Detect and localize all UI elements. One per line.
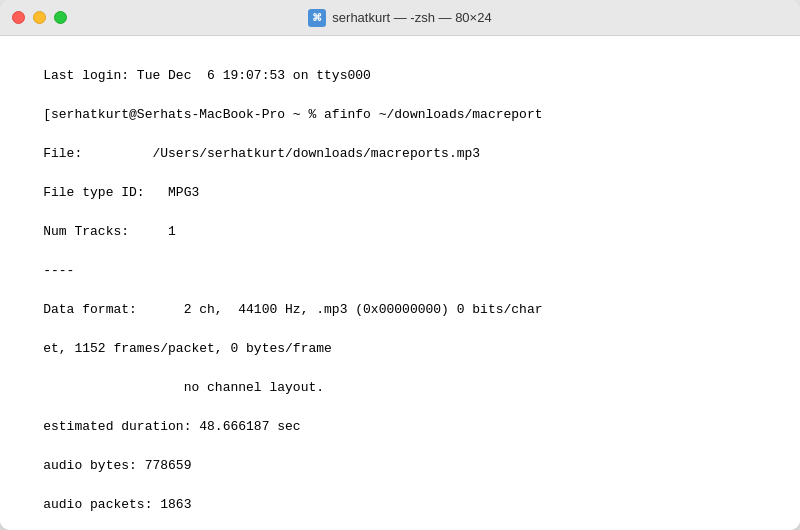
titlebar: ⌘ serhatkurt — -zsh — 80×24: [0, 0, 800, 36]
terminal-line-7: Data format: 2 ch, 44100 Hz, .mp3 (0x000…: [43, 302, 542, 317]
traffic-lights: [12, 11, 67, 24]
terminal-line-3: File: /Users/serhatkurt/downloads/macrep…: [43, 146, 480, 161]
titlebar-title: ⌘ serhatkurt — -zsh — 80×24: [308, 9, 491, 27]
terminal-line-6: ----: [43, 263, 74, 278]
terminal-body[interactable]: Last login: Tue Dec 6 19:07:53 on ttys00…: [0, 36, 800, 530]
terminal-line-4: File type ID: MPG3: [43, 185, 199, 200]
close-button[interactable]: [12, 11, 25, 24]
maximize-button[interactable]: [54, 11, 67, 24]
terminal-line-9: no channel layout.: [43, 380, 324, 395]
terminal-line-1: Last login: Tue Dec 6 19:07:53 on ttys00…: [43, 68, 371, 83]
terminal-window: ⌘ serhatkurt — -zsh — 80×24 Last login: …: [0, 0, 800, 530]
terminal-line-12: audio packets: 1863: [43, 497, 191, 512]
terminal-icon: ⌘: [308, 9, 326, 27]
terminal-line-10: estimated duration: 48.666187 sec: [43, 419, 300, 434]
terminal-line-2: [serhatkurt@Serhats-MacBook-Pro ~ % afin…: [43, 107, 542, 122]
window-title: serhatkurt — -zsh — 80×24: [332, 10, 491, 25]
terminal-line-8: et, 1152 frames/packet, 0 bytes/frame: [43, 341, 332, 356]
terminal-line-5: Num Tracks: 1: [43, 224, 176, 239]
terminal-line-11: audio bytes: 778659: [43, 458, 191, 473]
minimize-button[interactable]: [33, 11, 46, 24]
